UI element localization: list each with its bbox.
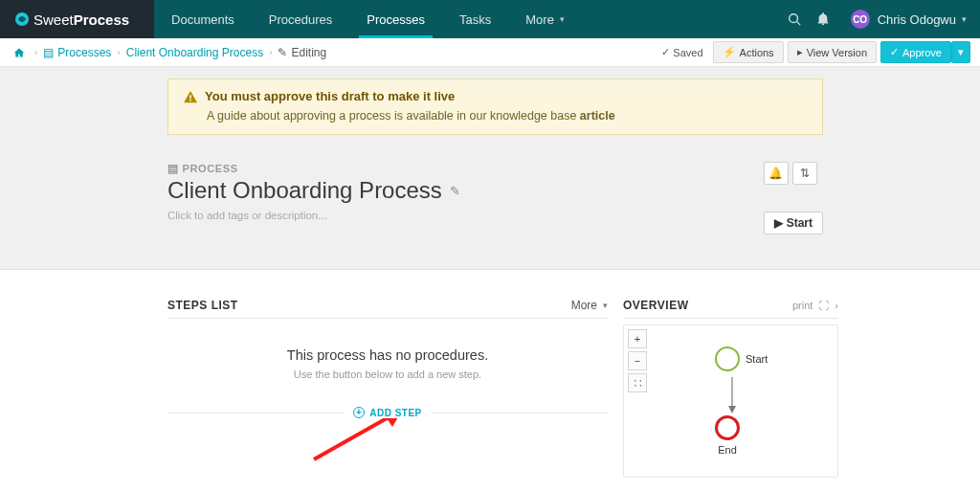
- bolt-icon: ⚡: [723, 46, 736, 58]
- breadcrumb-processes-label: Processes: [57, 46, 111, 59]
- svg-marker-4: [728, 406, 736, 413]
- approve-button[interactable]: ✓Approve: [880, 41, 951, 63]
- diagram-end-node[interactable]: End: [715, 415, 740, 456]
- nav-items: Documents Procedures Processes Tasks Mor…: [154, 0, 582, 38]
- breadcrumb-bar: › ▤ Processes › Client Onboarding Proces…: [0, 38, 980, 67]
- nav-documents[interactable]: Documents: [154, 0, 252, 38]
- steps-more-label: More: [571, 299, 597, 312]
- chevron-right-icon[interactable]: ›: [835, 300, 838, 311]
- notify-button[interactable]: 🔔: [764, 162, 789, 185]
- nav-processes[interactable]: Processes: [349, 0, 442, 38]
- logo[interactable]: SweetProcess: [0, 0, 154, 38]
- chevron-down-icon: ▾: [958, 46, 964, 58]
- caret-right-icon: ▸: [797, 46, 803, 58]
- approval-alert: You must approve this draft to make it l…: [167, 78, 823, 135]
- steps-empty-title: This process has no procedures.: [167, 347, 608, 363]
- nav-more-label: More: [525, 12, 554, 27]
- user-menu[interactable]: CO Chris Odogwu ▾: [837, 10, 980, 29]
- view-version-label: View Version: [807, 47, 867, 58]
- header-panel: You must approve this draft to make it l…: [0, 67, 980, 270]
- overview-diagram: + − ⸬ Start End: [623, 324, 838, 478]
- alert-subtitle: A guide about approving a process is ava…: [207, 109, 580, 123]
- overview-panel: OVERVIEW print ⛶ › + − ⸬ Start End: [623, 299, 838, 478]
- diagram-end-label: End: [718, 444, 737, 456]
- approve-dropdown[interactable]: ▾: [951, 41, 970, 63]
- saved-indicator: ✓Saved: [661, 46, 702, 58]
- process-kicker: ▤PROCESS: [167, 162, 764, 175]
- search-icon[interactable]: [780, 12, 809, 26]
- diagram-start-label: Start: [746, 353, 768, 365]
- top-nav: SweetProcess Documents Procedures Proces…: [0, 0, 980, 38]
- svg-point-1: [789, 14, 797, 23]
- logo-icon: [14, 11, 30, 27]
- overview-title: OVERVIEW: [623, 299, 688, 312]
- zoom-out-button[interactable]: −: [628, 351, 647, 370]
- overview-print[interactable]: print: [792, 300, 813, 311]
- warning-icon: [184, 90, 197, 103]
- view-version-button[interactable]: ▸View Version: [788, 41, 877, 63]
- breadcrumb-home[interactable]: [10, 47, 33, 58]
- edit-title-button[interactable]: ✎: [450, 184, 460, 198]
- clipboard-icon: ▤: [43, 46, 54, 59]
- steps-empty-subtitle: Use the button below to add a new step.: [167, 368, 608, 380]
- clipboard-icon: ▤: [167, 162, 179, 175]
- process-title: Client Onboarding Process: [167, 177, 442, 204]
- steps-panel: STEPS LIST More▾ This process has no pro…: [167, 299, 608, 478]
- zoom-in-button[interactable]: +: [628, 329, 647, 348]
- check-icon: ✓: [661, 46, 670, 58]
- start-button[interactable]: ▶Start: [764, 212, 823, 234]
- chevron-down-icon: ▾: [603, 301, 608, 310]
- sort-icon: ⇅: [800, 167, 810, 180]
- chevron-down-icon: ▾: [560, 14, 565, 24]
- add-step-label: ADD STEP: [369, 408, 422, 418]
- svg-line-2: [796, 22, 800, 26]
- breadcrumb-current[interactable]: Client Onboarding Process: [122, 46, 267, 59]
- home-icon: [13, 47, 25, 58]
- alert-title: You must approve this draft to make it l…: [205, 89, 455, 103]
- breadcrumb-sep: ›: [33, 47, 39, 57]
- reorder-button[interactable]: ⇅: [792, 162, 817, 185]
- bell-icon[interactable]: [809, 12, 837, 26]
- diagram-edge: [727, 377, 737, 415]
- alert-article-link[interactable]: article: [580, 109, 615, 123]
- breadcrumb-sep: ›: [115, 47, 122, 57]
- logo-text-thin: Sweet: [33, 11, 74, 28]
- nav-procedures[interactable]: Procedures: [252, 0, 349, 38]
- breadcrumb-processes[interactable]: ▤ Processes: [39, 46, 115, 59]
- steps-more-menu[interactable]: More▾: [571, 299, 608, 312]
- plus-icon: +: [353, 407, 365, 418]
- bell-icon: 🔔: [768, 167, 783, 180]
- lower-area: STEPS LIST More▾ This process has no pro…: [0, 270, 980, 478]
- start-label: Start: [787, 216, 813, 230]
- avatar: CO: [851, 10, 870, 29]
- expand-icon[interactable]: ⛶: [818, 300, 829, 311]
- actions-label: Actions: [740, 47, 774, 58]
- steps-title: STEPS LIST: [167, 299, 238, 312]
- chevron-down-icon: ▾: [962, 14, 967, 24]
- add-step-button[interactable]: + ADD STEP: [344, 407, 432, 418]
- actions-button[interactable]: ⚡Actions: [713, 41, 784, 63]
- logo-text-bold: Process: [74, 11, 129, 28]
- check-icon: ✓: [890, 46, 899, 58]
- pencil-icon: ✎: [278, 46, 287, 59]
- play-icon: ▶: [774, 216, 783, 230]
- zoom-fit-button[interactable]: ⸬: [628, 373, 647, 392]
- approve-label: Approve: [902, 47, 942, 58]
- breadcrumb-sep: ›: [267, 47, 274, 57]
- user-name: Chris Odogwu: [878, 12, 956, 27]
- process-description-placeholder[interactable]: Click to add tags or description...: [167, 210, 764, 221]
- breadcrumb-state-label: Editing: [291, 46, 326, 59]
- nav-tasks[interactable]: Tasks: [442, 0, 508, 38]
- breadcrumb-state: ✎ Editing: [274, 46, 330, 59]
- nav-more[interactable]: More▾: [508, 0, 582, 38]
- diagram-start-node[interactable]: Start: [715, 346, 768, 371]
